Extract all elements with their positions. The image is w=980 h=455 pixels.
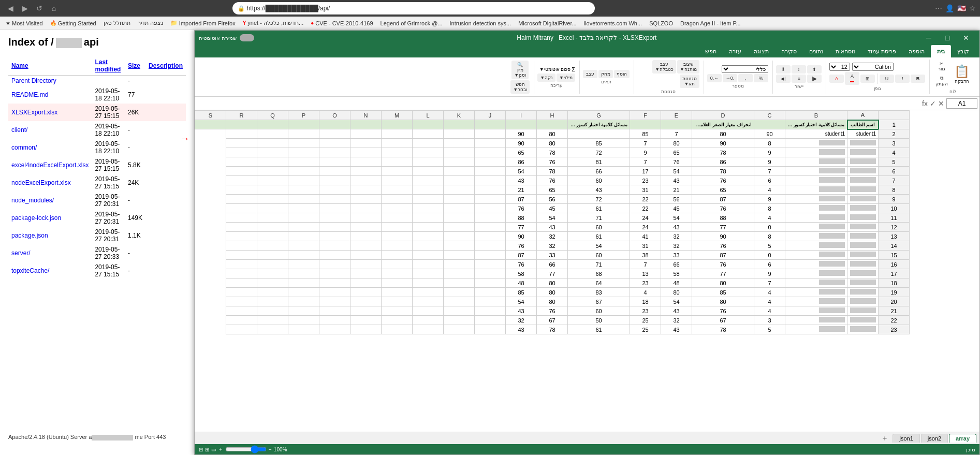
- bookmark-torrents[interactable]: ilovetorrents.com Wh...: [581, 19, 645, 27]
- menu-icon[interactable]: ⋯: [935, 4, 942, 12]
- cell-G-9[interactable]: 22: [630, 195, 661, 204]
- cell-S-17[interactable]: [226, 269, 257, 278]
- cell-Q-8[interactable]: [288, 185, 319, 195]
- cell-N-7[interactable]: [382, 176, 413, 185]
- cell-P-9[interactable]: [319, 195, 350, 204]
- row-header-11[interactable]: 11: [879, 213, 910, 223]
- header-cell-K[interactable]: [444, 120, 475, 129]
- cell-A-15[interactable]: [847, 251, 879, 260]
- cell-P-8[interactable]: [319, 185, 350, 195]
- header-cell-H[interactable]: [537, 120, 568, 129]
- cell-R-20[interactable]: [257, 297, 288, 306]
- col-header-I[interactable]: I: [506, 111, 537, 120]
- bookmark-5[interactable]: 📁 Imported From Firefox: [168, 19, 238, 27]
- header-cell-E[interactable]: [661, 120, 692, 129]
- cell-A-11[interactable]: [847, 213, 879, 223]
- cell-G-6[interactable]: 17: [630, 167, 661, 176]
- cell-K-8[interactable]: [475, 185, 506, 195]
- find-select-button[interactable]: חפשובחר▼: [510, 80, 530, 94]
- sheet-tab-array[interactable]: array: [949, 434, 976, 443]
- cell-O-4[interactable]: [350, 148, 382, 157]
- cell-D-9[interactable]: 9: [754, 195, 785, 204]
- cell-L-16[interactable]: [444, 260, 475, 269]
- cell-P-14[interactable]: [319, 241, 350, 251]
- cell-G-2[interactable]: 85: [630, 129, 661, 139]
- cell-R-16[interactable]: [257, 260, 288, 269]
- cell-O-13[interactable]: [350, 232, 382, 241]
- cell-M-20[interactable]: [413, 297, 444, 306]
- cell-O-11[interactable]: [350, 213, 382, 223]
- cell-K-2[interactable]: [475, 129, 506, 139]
- cell-B-4[interactable]: [785, 148, 847, 157]
- bold-button[interactable]: B: [911, 75, 925, 83]
- cell-A-7[interactable]: [847, 176, 879, 185]
- align-top-button[interactable]: ⬆: [807, 65, 822, 74]
- cell-M-8[interactable]: [413, 185, 444, 195]
- cell-F-20[interactable]: 54: [661, 297, 692, 306]
- font-color-button[interactable]: A: [829, 75, 844, 83]
- cell-R-8[interactable]: [257, 185, 288, 195]
- cell-L-5[interactable]: [444, 157, 475, 167]
- cell-L-14[interactable]: [444, 241, 475, 251]
- cell-L-9[interactable]: [444, 195, 475, 204]
- cell-D-23[interactable]: 5: [754, 325, 785, 334]
- col-header-O[interactable]: O: [319, 111, 350, 120]
- cell-D-17[interactable]: 9: [754, 269, 785, 278]
- cell-K-23[interactable]: [475, 325, 506, 334]
- cell-F-7[interactable]: 43: [661, 176, 692, 185]
- row-header-5[interactable]: 5: [879, 157, 910, 167]
- ribbon-tab-תצוגה[interactable]: תצוגה: [748, 45, 775, 57]
- cell-P-3[interactable]: [319, 139, 350, 148]
- cell-L-11[interactable]: [444, 213, 475, 223]
- cell-L-6[interactable]: [444, 167, 475, 176]
- cell-J-11[interactable]: 88: [506, 213, 537, 223]
- cell-D-15[interactable]: 0: [754, 251, 785, 260]
- cell-D-22[interactable]: 3: [754, 316, 785, 325]
- col-header-D[interactable]: D: [692, 111, 754, 120]
- cell-G-22[interactable]: 25: [630, 316, 661, 325]
- cell-G-4[interactable]: 9: [630, 148, 661, 157]
- clear-button[interactable]: נקה▼: [537, 74, 555, 82]
- cell-A-6[interactable]: [847, 167, 879, 176]
- col-header-S[interactable]: S: [195, 111, 226, 120]
- cell-E-15[interactable]: 87: [692, 251, 754, 260]
- cell-B-16[interactable]: [785, 260, 847, 269]
- col-header-E[interactable]: E: [661, 111, 692, 120]
- cell-M-6[interactable]: [413, 167, 444, 176]
- cell-M-10[interactable]: [413, 204, 444, 213]
- cell-Q-12[interactable]: [288, 223, 319, 232]
- cell-F-23[interactable]: 43: [661, 325, 692, 334]
- cell-H-12[interactable]: 60: [568, 223, 630, 232]
- cell-F-6[interactable]: 54: [661, 167, 692, 176]
- col-header-B[interactable]: B: [785, 111, 847, 120]
- cell-K-14[interactable]: [475, 241, 506, 251]
- cell-N-19[interactable]: [382, 288, 413, 297]
- cell-K-3[interactable]: [475, 139, 506, 148]
- cell-G-3[interactable]: 7: [630, 139, 661, 148]
- cell-S-4[interactable]: [226, 148, 257, 157]
- cell-R-17[interactable]: [257, 269, 288, 278]
- cell-B-9[interactable]: [785, 195, 847, 204]
- cell-J-14[interactable]: 76: [506, 241, 537, 251]
- cell-F-18[interactable]: 48: [661, 278, 692, 288]
- cell-D-6[interactable]: 7: [754, 167, 785, 176]
- file-link[interactable]: client/: [11, 126, 27, 134]
- cell-E-18[interactable]: 80: [692, 278, 754, 288]
- cell-D-8[interactable]: 4: [754, 185, 785, 195]
- cell-P-13[interactable]: [319, 232, 350, 241]
- cell-R-12[interactable]: [257, 223, 288, 232]
- cell-D-21[interactable]: 4: [754, 306, 785, 316]
- sheet-tab-json1[interactable]: json1: [893, 434, 919, 443]
- cell-G-13[interactable]: 41: [630, 232, 661, 241]
- cell-K-4[interactable]: [475, 148, 506, 157]
- cell-P-15[interactable]: [319, 251, 350, 260]
- cell-J-8[interactable]: 21: [506, 185, 537, 195]
- cell-A-4[interactable]: [847, 148, 879, 157]
- cell-N-18[interactable]: [382, 278, 413, 288]
- cell-R-9[interactable]: [257, 195, 288, 204]
- cell-J-9[interactable]: 87: [506, 195, 537, 204]
- cell-B-17[interactable]: [785, 269, 847, 278]
- header-cell-G[interactable]: مسائل كلامية اختبار كسور المعدل: [568, 120, 630, 129]
- font-family-select[interactable]: Calibri: [852, 63, 894, 71]
- cell-K-18[interactable]: [475, 278, 506, 288]
